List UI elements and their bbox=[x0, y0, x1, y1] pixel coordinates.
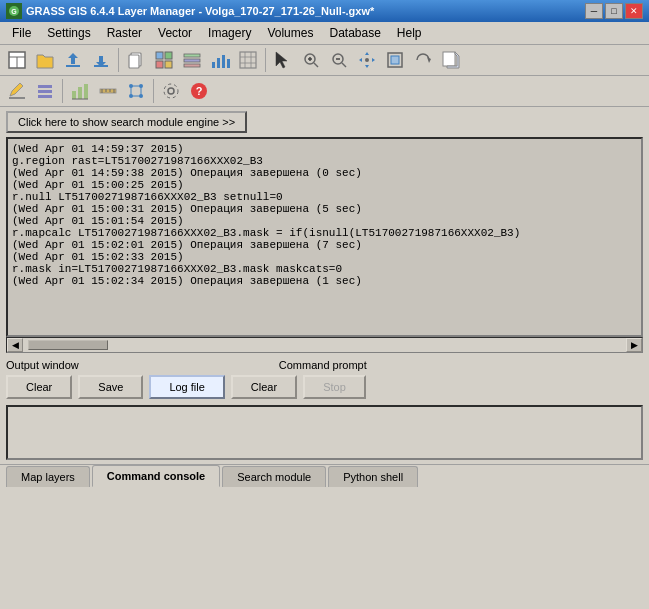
title-controls: ─ □ ✕ bbox=[585, 3, 643, 19]
tab-map-layers[interactable]: Map layers bbox=[6, 466, 90, 487]
menu-vector[interactable]: Vector bbox=[150, 24, 200, 42]
svg-rect-15 bbox=[184, 59, 200, 62]
layers-button[interactable] bbox=[179, 47, 205, 73]
settings-button[interactable] bbox=[158, 78, 184, 104]
svg-line-28 bbox=[314, 63, 318, 67]
svg-rect-19 bbox=[222, 55, 225, 68]
clear-left-button[interactable]: Clear bbox=[6, 375, 72, 399]
search-module-button[interactable]: Click here to show search module engine … bbox=[6, 111, 247, 133]
svg-text:G: G bbox=[11, 8, 17, 15]
extent-button[interactable] bbox=[382, 47, 408, 73]
svg-rect-18 bbox=[217, 58, 220, 68]
menu-database[interactable]: Database bbox=[321, 24, 388, 42]
svg-rect-17 bbox=[212, 62, 215, 68]
upload-button[interactable] bbox=[60, 47, 86, 73]
menu-help[interactable]: Help bbox=[389, 24, 430, 42]
svg-text:?: ? bbox=[196, 85, 203, 97]
svg-rect-16 bbox=[184, 64, 200, 67]
app-icon: G bbox=[6, 3, 22, 19]
bottom-labels: Output window Command prompt bbox=[6, 359, 643, 371]
title-bar: G GRASS GIS 6.4.4 Layer Manager - Volga_… bbox=[0, 0, 649, 22]
scroll-left-button[interactable]: ◀ bbox=[7, 338, 23, 352]
bottom-buttons: Clear Save Log file Clear Stop bbox=[6, 375, 643, 399]
sep-2 bbox=[265, 48, 266, 72]
pan-button[interactable] bbox=[354, 47, 380, 73]
svg-rect-42 bbox=[38, 95, 52, 98]
zoom-out-button[interactable] bbox=[326, 47, 352, 73]
add-layer-button[interactable] bbox=[151, 47, 177, 73]
toolbar-2: ? bbox=[0, 76, 649, 107]
svg-rect-44 bbox=[78, 87, 82, 99]
sep-4 bbox=[153, 79, 154, 103]
svg-rect-39 bbox=[9, 97, 25, 99]
copy-button[interactable] bbox=[123, 47, 149, 73]
menu-imagery[interactable]: Imagery bbox=[200, 24, 259, 42]
command-input-area[interactable] bbox=[6, 405, 643, 460]
new-map-button[interactable] bbox=[4, 47, 30, 73]
sep-3 bbox=[62, 79, 63, 103]
refresh-button[interactable] bbox=[410, 47, 436, 73]
edit-button[interactable] bbox=[4, 78, 30, 104]
toolbar-1 bbox=[0, 45, 649, 76]
svg-point-60 bbox=[168, 88, 174, 94]
svg-line-32 bbox=[342, 63, 346, 67]
open-button[interactable] bbox=[32, 47, 58, 73]
measure-button[interactable] bbox=[95, 78, 121, 104]
minimize-button[interactable]: ─ bbox=[585, 3, 603, 19]
sep-1 bbox=[118, 48, 119, 72]
log-file-button[interactable]: Log file bbox=[149, 375, 224, 399]
svg-rect-11 bbox=[165, 52, 172, 59]
search-bar: Click here to show search module engine … bbox=[0, 107, 649, 137]
svg-rect-20 bbox=[227, 59, 230, 68]
svg-rect-45 bbox=[84, 84, 88, 99]
properties-button[interactable] bbox=[32, 78, 58, 104]
command-prompt-label: Command prompt bbox=[279, 359, 367, 371]
histogram-button[interactable] bbox=[67, 78, 93, 104]
svg-rect-40 bbox=[38, 85, 52, 88]
svg-marker-26 bbox=[276, 52, 287, 68]
menu-volumes[interactable]: Volumes bbox=[259, 24, 321, 42]
svg-rect-7 bbox=[94, 65, 108, 67]
svg-point-34 bbox=[365, 58, 369, 62]
title-bar-left: G GRASS GIS 6.4.4 Layer Manager - Volga_… bbox=[6, 3, 374, 19]
svg-rect-41 bbox=[38, 90, 52, 93]
scroll-thumb[interactable] bbox=[28, 340, 108, 350]
scroll-right-button[interactable]: ▶ bbox=[626, 338, 642, 352]
export-button[interactable] bbox=[438, 47, 464, 73]
maximize-button[interactable]: □ bbox=[605, 3, 623, 19]
bottom-section: Output window Command prompt Clear Save … bbox=[0, 353, 649, 405]
tab-python-shell[interactable]: Python shell bbox=[328, 466, 418, 487]
zoom-in-button[interactable] bbox=[298, 47, 324, 73]
stop-button: Stop bbox=[303, 375, 366, 399]
digitize-button[interactable] bbox=[123, 78, 149, 104]
tab-search-module[interactable]: Search module bbox=[222, 466, 326, 487]
svg-rect-6 bbox=[66, 65, 80, 67]
menu-bar: File Settings Raster Vector Imagery Volu… bbox=[0, 22, 649, 45]
tab-command-console[interactable]: Command console bbox=[92, 465, 220, 487]
svg-rect-43 bbox=[72, 91, 76, 99]
menu-raster[interactable]: Raster bbox=[99, 24, 150, 42]
help-button[interactable]: ? bbox=[186, 78, 212, 104]
svg-rect-14 bbox=[184, 54, 200, 57]
horizontal-scrollbar[interactable]: ◀ ▶ bbox=[6, 337, 643, 353]
window-title: GRASS GIS 6.4.4 Layer Manager - Volga_17… bbox=[26, 5, 374, 17]
close-button[interactable]: ✕ bbox=[625, 3, 643, 19]
download-button[interactable] bbox=[88, 47, 114, 73]
tab-bar: Map layers Command console Search module… bbox=[0, 464, 649, 487]
scroll-track bbox=[23, 339, 626, 351]
menu-file[interactable]: File bbox=[4, 24, 39, 42]
svg-rect-9 bbox=[129, 55, 139, 68]
svg-rect-13 bbox=[165, 61, 172, 68]
console-output[interactable]: (Wed Apr 01 14:59:37 2015) g.region rast… bbox=[6, 137, 643, 337]
svg-rect-21 bbox=[240, 52, 256, 68]
cursor-button[interactable] bbox=[270, 47, 296, 73]
chart-button[interactable] bbox=[207, 47, 233, 73]
clear-right-button[interactable]: Clear bbox=[231, 375, 297, 399]
menu-settings[interactable]: Settings bbox=[39, 24, 98, 42]
svg-rect-38 bbox=[443, 52, 455, 66]
svg-point-61 bbox=[164, 84, 178, 98]
grid-button[interactable] bbox=[235, 47, 261, 73]
svg-rect-12 bbox=[156, 61, 163, 68]
save-button[interactable]: Save bbox=[78, 375, 143, 399]
output-window-label: Output window bbox=[6, 359, 79, 371]
